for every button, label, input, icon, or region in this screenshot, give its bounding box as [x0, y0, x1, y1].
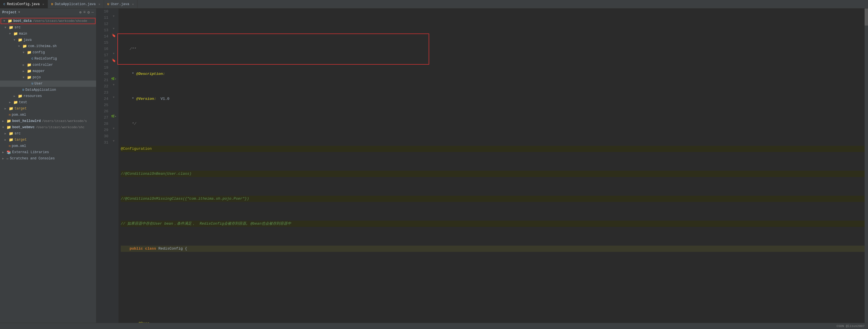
tree-label-boot-webmvc: boot_webmvc	[12, 125, 35, 129]
arrow-src: ▼	[4, 26, 8, 29]
arrow-boot-webmvc: ▼	[2, 126, 6, 129]
tab-icon-user: U	[107, 3, 110, 6]
sidebar-title-label: Project	[2, 10, 17, 14]
ln-19: 19	[99, 65, 108, 71]
code-line-14: @Configuration	[121, 146, 865, 152]
tree-label-config: config	[33, 51, 45, 55]
code-line-19	[121, 271, 865, 277]
folder-icon-com-itheima: 📁	[22, 44, 27, 49]
tree-item-target[interactable]: ▶ 📁 target	[0, 106, 96, 112]
fold-indicators: ▼ ▼ ▼ ▼ ▼ ▼ ▼ ▼	[111, 8, 119, 323]
arrow-boot-data: ▼	[3, 20, 7, 23]
tree-item-src[interactable]: ▼ 📁 src	[0, 24, 96, 31]
tree-label-com-itheima: com.itheima.sh	[28, 44, 57, 48]
tree-item-external-libs[interactable]: ▶ 📚 External Libraries	[0, 149, 96, 155]
ln-25: 25	[99, 102, 108, 108]
folder-icon-webmvc-target: 📁	[9, 138, 13, 142]
tree-item-mapper[interactable]: ▶ 📁 mapper	[0, 68, 96, 74]
tab-user[interactable]: U User.java ✕	[104, 0, 137, 8]
settings-icon[interactable]: ⚙	[87, 10, 90, 15]
scrollbar-indicator[interactable]	[865, 8, 868, 323]
code-line-21: @Bean	[121, 321, 865, 323]
code-line-15: //@ConditionalOnBean(User.class)	[121, 171, 865, 177]
tab-dataapplication[interactable]: D DataApplication.java ✕	[48, 0, 104, 8]
tree-item-user[interactable]: U User	[0, 81, 96, 87]
ln-28: 28	[99, 121, 108, 127]
sidebar-tree: ▼ 📁 boot_data /Users/itcast/workcode/shc…	[0, 17, 96, 323]
tree-label-test: test	[19, 100, 27, 104]
collapse-icon[interactable]: ≡	[83, 10, 86, 15]
tree-item-main[interactable]: ▼ 📁 main	[0, 31, 96, 37]
folder-icon-resources: 📁	[18, 94, 22, 98]
tree-item-webmvc-src[interactable]: ▶ 📁 src	[0, 130, 96, 137]
ln-29: 29	[99, 127, 108, 133]
tree-item-pojo[interactable]: ▼ 📁 pojo	[0, 74, 96, 81]
arrow-scratches: ▶	[2, 157, 6, 160]
tree-path-boot-data: /Users/itcast/workcode/shcode	[33, 19, 87, 23]
tree-item-pom[interactable]: m pom.xml	[0, 112, 96, 118]
tree-label-main: main	[19, 32, 27, 36]
folder-icon-boot-data: 📁	[8, 19, 12, 23]
tree-label-boot-data: boot_data	[13, 19, 32, 23]
tree-label-resources: resources	[24, 94, 42, 98]
arrow-pojo: ▼	[23, 76, 26, 79]
fold-22[interactable]: ▼	[113, 83, 115, 87]
folder-icon-main: 📁	[13, 31, 18, 36]
tree-item-webmvc-target[interactable]: ▶ 📁 target	[0, 137, 96, 143]
ln-26: 26	[99, 108, 108, 115]
fold-28[interactable]: ▼	[113, 127, 115, 130]
fold-27[interactable]: ▼	[113, 115, 115, 118]
tree-item-java[interactable]: ▼ 📁 java	[0, 37, 96, 43]
tab-bar: C RedisConfig.java ✕ D DataApplication.j…	[0, 0, 868, 8]
tree-item-webmvc-pom[interactable]: m pom.xml	[0, 143, 96, 149]
tree-item-resources[interactable]: ▶ 📁 resources	[0, 93, 96, 99]
fold-30[interactable]: ▼	[113, 140, 115, 143]
fold-11[interactable]: ▼	[113, 15, 115, 18]
ln-21: 21	[99, 77, 108, 83]
tree-item-config[interactable]: ▼ 📁 config	[0, 49, 96, 56]
code-line-20	[121, 296, 865, 302]
arrow-target: ▶	[4, 107, 8, 110]
scratches-icon: ✏	[6, 156, 9, 161]
minimize-icon[interactable]: —	[92, 10, 94, 15]
tree-label-user: User	[35, 82, 43, 86]
tree-item-com-itheima[interactable]: ▼ 📁 com.itheima.sh	[0, 43, 96, 49]
ln-12: 12	[99, 21, 108, 27]
fold-13[interactable]: ▼	[113, 27, 115, 30]
folder-icon-target: 📁	[9, 107, 13, 111]
tree-label-src: src	[14, 26, 21, 30]
arrow-boot-hellowlrd: ▶	[2, 119, 6, 123]
tree-item-scratches[interactable]: ▶ ✏ Scratches and Consoles	[0, 155, 96, 162]
sync-icon[interactable]: ⊕	[79, 10, 81, 15]
folder-icon-test: 📁	[13, 100, 18, 104]
code-line-11: * @Description:	[121, 71, 865, 77]
folder-icon-config: 📁	[27, 50, 31, 55]
tree-item-boot-hellowlrd[interactable]: ▶ 📁 boot_hellowlrd /Users/itcast/workcod…	[0, 118, 96, 124]
code-container[interactable]: 10 11 12 13 14 15 16 17 18 19 20 21 22 2…	[96, 8, 868, 323]
sidebar: Project ▼ ⊕ ≡ ⚙ — ▼ 📁 boot_data /Users/i…	[0, 8, 96, 323]
tree-item-controller[interactable]: ▶ 📁 controller	[0, 62, 96, 68]
fold-23[interactable]: ▼	[113, 96, 115, 99]
tree-label-external-libs: External Libraries	[12, 150, 49, 154]
tab-close-redisconfig[interactable]: ✕	[42, 3, 44, 6]
tab-label-dataapp: DataApplication.java	[55, 2, 96, 6]
tab-close-user[interactable]: ✕	[132, 3, 134, 6]
tab-close-dataapp[interactable]: ✕	[99, 3, 100, 6]
tree-item-redisconfig[interactable]: C RedisConfig	[0, 56, 96, 62]
tab-redisconfig[interactable]: C RedisConfig.java ✕	[0, 0, 48, 8]
tree-item-boot-webmvc[interactable]: ▼ 📁 boot_webmvc /Users/itcast/workcode/s…	[0, 124, 96, 130]
java-icon-user: U	[31, 82, 33, 85]
arrow-config: ▼	[23, 51, 26, 54]
main-area: Project ▼ ⊕ ≡ ⚙ — ▼ 📁 boot_data /Users/i…	[0, 8, 868, 323]
fold-18[interactable]: ▼	[113, 52, 115, 55]
folder-icon-controller: 📁	[27, 63, 31, 67]
tree-label-target: target	[14, 107, 27, 111]
code-line-16: //@ConditionalOnMissingClass({"com.ithei…	[121, 196, 865, 202]
scrollbar-thumb[interactable]	[865, 8, 868, 26]
code-content[interactable]: /** * @Description: * @Version: V1.0 */ …	[119, 8, 865, 323]
xml-icon-pom: m	[9, 113, 11, 117]
tree-item-boot-data[interactable]: ▼ 📁 boot_data /Users/itcast/workcode/shc…	[1, 18, 96, 24]
tree-item-dataapplication[interactable]: D DataApplication	[0, 87, 96, 93]
sidebar-dropdown-icon[interactable]: ▼	[18, 11, 20, 14]
tree-item-test[interactable]: ▶ 📁 test	[0, 99, 96, 106]
